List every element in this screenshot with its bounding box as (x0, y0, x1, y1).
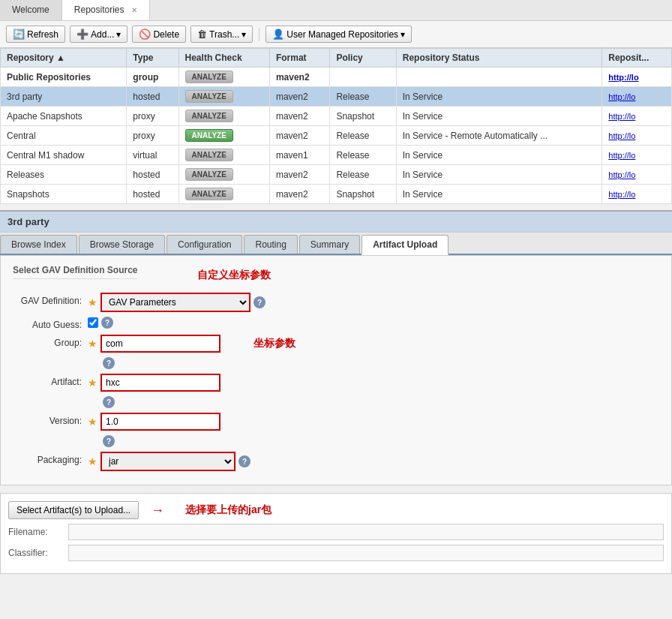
artifact-help-icon[interactable]: ? (103, 396, 115, 408)
add-button[interactable]: ➕ Add... ▾ (70, 26, 128, 43)
repository-table-wrapper: Repository ▲ Type Health Check Format Po… (0, 48, 672, 204)
group-help-wrap: ? (88, 357, 659, 369)
cell-link[interactable]: http://lo (608, 131, 635, 140)
separator (259, 28, 260, 41)
group-help-row: ? (13, 357, 659, 369)
analyze-button[interactable]: ANALYZE (185, 110, 233, 122)
cell-format: maven2 (269, 185, 330, 204)
artifact-row: Artifact: ★ (13, 374, 659, 392)
table-header-row: Repository ▲ Type Health Check Format Po… (1, 49, 672, 68)
trash-icon: 🗑 (197, 29, 207, 40)
version-input[interactable] (100, 413, 220, 431)
cell-reposit: http://lo (602, 126, 672, 146)
analyze-button[interactable]: ANALYZE (185, 90, 233, 103)
analyze-button[interactable]: ANALYZE (185, 188, 233, 200)
artifact-input[interactable] (100, 374, 220, 392)
sub-tab-artifact-upload[interactable]: Artifact Upload (362, 235, 448, 255)
cell-policy (330, 68, 396, 87)
artifact-help-spacer (13, 396, 88, 399)
sub-tab-routing[interactable]: Routing (244, 235, 297, 254)
filename-input[interactable] (68, 524, 664, 540)
col-header-type[interactable]: Type (127, 49, 178, 68)
tab-welcome[interactable]: Welcome (0, 0, 62, 20)
group-input[interactable] (100, 335, 220, 353)
auto-guess-help-icon[interactable]: ? (101, 317, 113, 329)
cell-type: group (127, 68, 178, 87)
artifact-help-wrap: ? (88, 396, 659, 408)
sub-tab-browse-storage[interactable]: Browse Storage (79, 235, 165, 254)
analyze-button[interactable]: ANALYZE (185, 71, 233, 83)
analyze-button[interactable]: ANALYZE (185, 168, 233, 181)
cell-link[interactable]: http://lo (608, 92, 635, 101)
cell-link[interactable]: http://lo (608, 151, 635, 160)
cell-reposit: http://lo (602, 87, 672, 107)
table-row[interactable]: Public RepositoriesgroupANALYZEmaven2htt… (1, 68, 672, 87)
cell-repo-name: 3rd party (1, 87, 127, 107)
sub-tab-summary[interactable]: Summary (299, 235, 360, 254)
upload-btn-row: Select Artifact(s) to Upload... → 选择要上传的… (8, 501, 664, 519)
cell-repo-name: Releases (1, 165, 127, 185)
table-row[interactable]: SnapshotshostedANALYZEmaven2SnapshotIn S… (1, 185, 672, 204)
cell-policy: Snapshot (330, 185, 396, 204)
table-row[interactable]: ReleaseshostedANALYZEmaven2ReleaseIn Ser… (1, 165, 672, 185)
cell-type: virtual (127, 146, 178, 165)
col-header-healthcheck[interactable]: Health Check (178, 49, 269, 68)
select-artifact-button[interactable]: Select Artifact(s) to Upload... (8, 501, 139, 519)
packaging-select[interactable]: jarwarpomear (100, 452, 236, 471)
group-help-icon[interactable]: ? (103, 357, 115, 369)
cell-status: In Service (396, 165, 602, 185)
version-help-wrap: ? (88, 435, 659, 447)
sub-tab-browse-index[interactable]: Browse Index (0, 235, 77, 254)
group-help-spacer (13, 357, 88, 360)
refresh-button[interactable]: 🔄 Refresh (6, 26, 65, 43)
auto-guess-row: Auto Guess: ? (13, 317, 659, 330)
table-row[interactable]: Apache SnapshotsproxyANALYZEmaven2Snapsh… (1, 107, 672, 126)
cell-repo-name: Snapshots (1, 185, 127, 204)
cell-link[interactable]: http://lo (608, 73, 638, 82)
cell-reposit: http://lo (602, 185, 672, 204)
cell-policy: Release (330, 87, 396, 107)
group-label: Group: (13, 335, 88, 348)
gav-definition-select[interactable]: GAV ParametersPOM FileFrom POM File (100, 293, 250, 312)
group-row: Group: ★ 坐标参数 (13, 335, 659, 353)
cell-reposit: http://lo (602, 165, 672, 185)
filename-row: Filename: (8, 524, 664, 540)
table-row[interactable]: 3rd partyhostedANALYZEmaven2ReleaseIn Se… (1, 87, 672, 107)
cell-policy: Release (330, 165, 396, 185)
trash-button[interactable]: 🗑 Trash... ▾ (190, 26, 253, 43)
sub-tab-configuration[interactable]: Configuration (166, 235, 242, 254)
col-header-status[interactable]: Repository Status (396, 49, 602, 68)
cell-link[interactable]: http://lo (608, 190, 635, 199)
analyze-button[interactable]: ANALYZE (185, 129, 233, 142)
table-row[interactable]: CentralproxyANALYZEmaven2ReleaseIn Servi… (1, 126, 672, 146)
packaging-wrap: ★ jarwarpomear ? (88, 452, 659, 471)
required-star-gav: ★ (88, 296, 98, 308)
version-help-spacer (13, 435, 88, 438)
cell-status (396, 68, 602, 87)
cell-policy: Release (330, 126, 396, 146)
col-header-repository[interactable]: Repository ▲ (1, 49, 127, 68)
user-managed-button[interactable]: 👤 User Managed Repositories ▾ (266, 26, 412, 43)
col-header-format[interactable]: Format (269, 49, 330, 68)
version-help-icon[interactable]: ? (103, 435, 115, 447)
delete-button[interactable]: 🚫 Delete (132, 26, 186, 43)
artifact-label: Artifact: (13, 374, 88, 387)
close-tab-icon[interactable]: ✕ (131, 6, 137, 14)
analyze-button[interactable]: ANALYZE (185, 149, 233, 161)
group-wrap: ★ 坐标参数 (88, 335, 659, 353)
packaging-help-icon[interactable]: ? (238, 455, 250, 467)
artifact-wrap: ★ (88, 374, 659, 392)
gav-definition-row: GAV Definition: ★ GAV ParametersPOM File… (13, 293, 659, 312)
col-header-reposit[interactable]: Reposit... (602, 49, 672, 68)
tab-repositories[interactable]: Repositories ✕ (62, 0, 150, 20)
gav-help-icon[interactable]: ? (254, 296, 266, 308)
classifier-input[interactable] (68, 545, 664, 561)
cell-link[interactable]: http://lo (608, 170, 635, 179)
auto-guess-checkbox[interactable] (88, 317, 98, 328)
col-header-policy[interactable]: Policy (330, 49, 396, 68)
add-icon: ➕ (76, 29, 88, 40)
cell-link[interactable]: http://lo (608, 112, 635, 121)
table-row[interactable]: Central M1 shadowvirtualANALYZEmaven1Rel… (1, 146, 672, 165)
cell-status: In Service (396, 87, 602, 107)
sub-tab-bar: Browse IndexBrowse StorageConfigurationR… (0, 233, 672, 255)
